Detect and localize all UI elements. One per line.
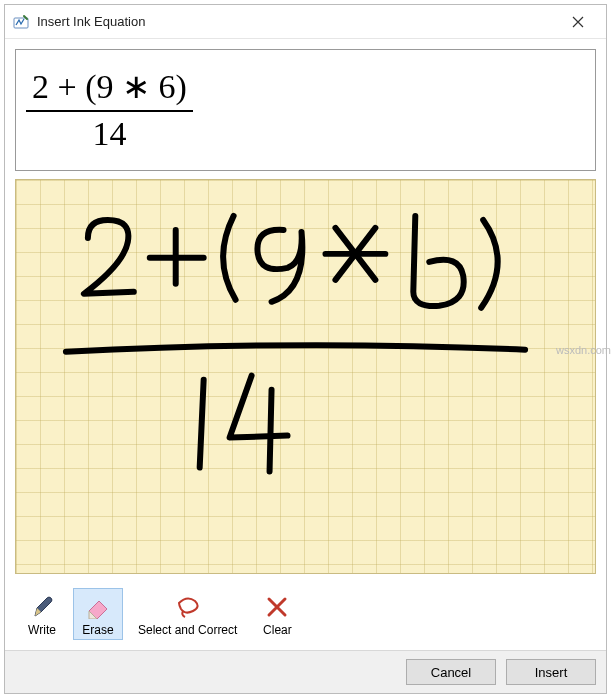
ink-canvas[interactable] [15, 179, 596, 574]
write-tool-label: Write [28, 623, 56, 637]
fraction: 2 + (9 ∗ 6) 14 [26, 67, 193, 153]
clear-tool-label: Clear [263, 623, 292, 637]
clear-tool-button[interactable]: Clear [252, 588, 302, 640]
pen-icon [28, 593, 56, 621]
erase-tool-button[interactable]: Erase [73, 588, 123, 640]
write-tool-button[interactable]: Write [17, 588, 67, 640]
erase-tool-label: Erase [82, 623, 113, 637]
fraction-numerator: 2 + (9 ∗ 6) [26, 67, 193, 106]
dialog-window: Insert Ink Equation 2 + (9 ∗ 6) 14 [4, 4, 607, 694]
cancel-button[interactable]: Cancel [406, 659, 496, 685]
recognized-equation-preview: 2 + (9 ∗ 6) 14 [15, 49, 596, 171]
handwriting-ink [16, 180, 595, 547]
clear-x-icon [263, 593, 291, 621]
fraction-denominator: 14 [86, 114, 132, 153]
insert-button[interactable]: Insert [506, 659, 596, 685]
eraser-icon [84, 593, 112, 621]
tool-toolbar: Write Erase Select and [15, 582, 596, 642]
select-correct-tool-label: Select and Correct [138, 623, 237, 637]
window-title: Insert Ink Equation [37, 14, 558, 29]
ink-equation-icon [13, 14, 29, 30]
close-button[interactable] [558, 10, 598, 34]
close-icon [572, 16, 584, 28]
dialog-content: 2 + (9 ∗ 6) 14 [5, 39, 606, 650]
lasso-icon [174, 593, 202, 621]
select-correct-tool-button[interactable]: Select and Correct [129, 588, 246, 640]
fraction-bar [26, 110, 193, 112]
dialog-footer: Cancel Insert [5, 650, 606, 693]
titlebar: Insert Ink Equation [5, 5, 606, 39]
